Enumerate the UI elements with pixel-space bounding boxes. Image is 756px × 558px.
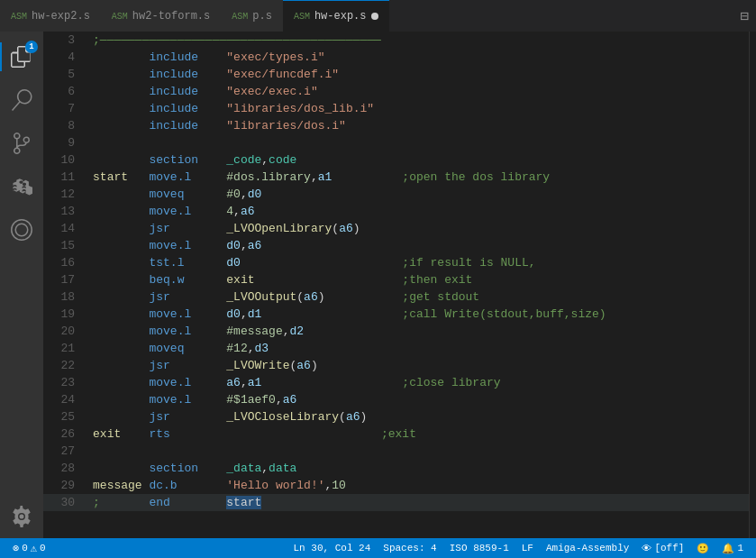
line-number: 28 [43,460,89,477]
status-eye[interactable]: 👁 [off] [636,543,689,554]
table-row: 10 section _code,code [43,151,749,169]
line-number: 11 [43,169,89,186]
split-editor-icon[interactable]: ⊟ [733,7,756,25]
operand: #message [226,325,282,338]
table-row: 17 beq.w exit ;then exit [43,271,749,288]
encoding-label: ISO 8859-1 [450,543,509,553]
keyword: include [149,102,198,115]
function: _LVOOpenLibrary [226,222,332,235]
tab-lang-hw-exp2: asm [11,12,27,22]
tab-hw2-toform[interactable]: asm hw2-toform.s [101,0,221,32]
line-content: section _data,data [89,460,749,477]
register: a6 [304,290,318,304]
instruction: jsr [149,290,169,304]
line-number: 3 [43,32,89,49]
table-row: 6 include "exec/exec.i" [43,83,749,100]
line-number: 5 [43,66,89,83]
section-name: _data [226,462,261,475]
activity-remote-icon[interactable] [0,208,43,252]
label: exit [93,427,121,441]
table-row: 25 jsr _LVOCloseLibrary(a6) [43,408,749,425]
line-number: 29 [43,477,89,494]
string: "libraries/dos.i" [226,119,346,133]
activity-bar: 1 [0,32,43,538]
line-content: start move.l #dos.library,a1 ;open the d… [89,169,749,186]
comment: ;then exit [402,273,472,287]
tab-p[interactable]: asm p.s [221,0,283,32]
line-number: 17 [43,271,89,288]
activity-extensions-icon[interactable] [0,165,43,208]
instruction: move.l [149,170,191,184]
instruction: moveq [149,342,184,355]
files-badge: 1 [25,41,38,53]
comment: ;open the dos library [402,170,550,184]
instruction: moveq [149,188,184,201]
section-name: _code [226,153,261,167]
tab-hw-exp2[interactable]: asm hw-exp2.s [0,0,101,32]
operand: #12 [226,342,247,355]
table-row: 29 message dc.b 'Hello world!',10 [43,477,749,494]
label: start [93,170,128,184]
line-content: move.l a6,a1 ;close library [89,374,749,391]
line-content: jsr _LVOCloseLibrary(a6) [89,408,749,425]
instruction: jsr [149,410,169,424]
activity-files-icon[interactable]: 1 [0,35,43,78]
notification-count: 1 [737,543,743,553]
string: "libraries/dos_lib.i" [226,102,374,115]
tab-dirty-hw-exp [371,13,378,20]
warning-icon: ⚠ [31,542,37,555]
table-row: 9 [43,134,749,151]
activity-source-control-icon[interactable] [0,122,43,165]
status-language[interactable]: Amiga-Assembly [541,543,634,553]
table-row: 22 jsr _LVOWrite(a6) [43,357,749,374]
register: a6 [296,359,311,372]
instruction: tst.l [149,256,184,270]
tab-name-hw2-toform: hw2-toform.s [132,10,210,23]
line-content: include "exec/exec.i" [89,83,749,100]
string: "exec/exec.i" [226,85,317,98]
status-notifications[interactable]: 🔔 1 [716,543,749,554]
spaces-label: Spaces: 4 [383,543,436,553]
keyword: include [149,68,198,81]
line-content: jsr _LVOWrite(a6) [89,357,749,374]
section-type: code [269,153,296,167]
status-encoding[interactable]: ISO 8859-1 [444,543,515,553]
tab-lang-hw2-toform: asm [112,12,128,22]
register: d2 [290,325,305,338]
register: d0 [248,188,262,201]
language-label: Amiga-Assembly [546,543,629,553]
line-content: ; end start [89,494,749,511]
eol-label: LF [522,543,533,553]
register: a1 [318,170,332,184]
code-editor[interactable]: 3 ;—————————————————————————————————————… [43,32,749,538]
status-spaces[interactable]: Spaces: 4 [378,543,442,553]
status-eol[interactable]: LF [516,543,539,553]
line-number: 27 [43,443,89,460]
table-row: 15 move.l d0,a6 [43,237,749,254]
line-content: moveq #12,d3 [89,340,749,357]
register: d0 [226,307,241,321]
function: _LVOOutput [226,290,296,304]
line-number: 19 [43,306,89,323]
line-content: move.l 4,a6 [89,203,749,220]
line-content: move.l #message,d2 [89,323,749,340]
operand: #dos.library [226,170,311,184]
tab-lang-hw-exp: asm [294,12,310,22]
directive: dc.b [149,479,177,492]
register: a6 [226,376,241,389]
register: a6 [346,410,360,424]
line-number: 7 [43,100,89,117]
status-position[interactable]: Ln 30, Col 24 [287,543,376,553]
table-row: 30 ; end start [43,494,749,511]
instruction: move.l [149,239,191,252]
status-smile[interactable]: 🙂 [691,543,715,554]
tab-hw-exp[interactable]: asm hw-exp.s [283,0,389,32]
activity-settings-icon[interactable] [0,495,43,538]
line-content: include "exec/types.i" [89,49,749,66]
status-errors[interactable]: ⊗ 0 ⚠ 0 [7,542,51,555]
activity-search-icon[interactable] [0,78,43,122]
table-row: 26 exit rts ;exit [43,425,749,443]
register: a6 [283,393,297,407]
operand: #$1aef0 [226,393,276,407]
register: a6 [241,205,255,218]
